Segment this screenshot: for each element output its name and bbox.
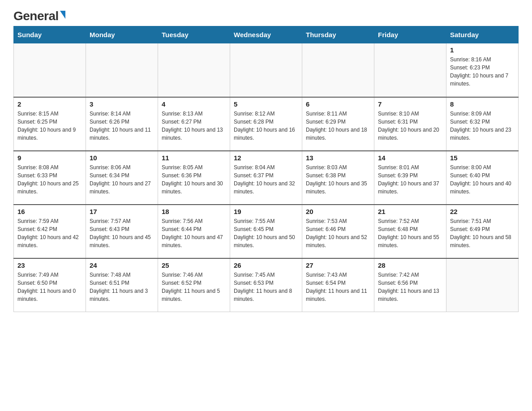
calendar-day-cell: 11Sunrise: 8:05 AM Sunset: 6:36 PM Dayli… <box>158 151 230 205</box>
day-number: 23 <box>17 261 82 269</box>
calendar-day-cell: 2Sunrise: 8:15 AM Sunset: 6:25 PM Daylig… <box>14 97 86 151</box>
calendar-day-cell: 8Sunrise: 8:09 AM Sunset: 6:32 PM Daylig… <box>446 97 519 151</box>
day-of-week-header: Monday <box>86 26 158 43</box>
calendar-day-cell: 20Sunrise: 7:53 AM Sunset: 6:46 PM Dayli… <box>302 205 374 258</box>
day-number: 4 <box>162 100 226 108</box>
day-number: 22 <box>450 208 515 215</box>
logo: General <box>13 9 65 21</box>
day-number: 24 <box>90 261 154 269</box>
day-info: Sunrise: 8:09 AM Sunset: 6:32 PM Dayligh… <box>450 110 515 142</box>
day-number: 6 <box>306 100 370 108</box>
day-of-week-header: Wednesday <box>230 26 302 43</box>
day-info: Sunrise: 8:14 AM Sunset: 6:26 PM Dayligh… <box>90 110 154 142</box>
logo-general-text: General <box>13 9 59 23</box>
calendar-header-row: SundayMondayTuesdayWednesdayThursdayFrid… <box>14 26 519 43</box>
calendar-day-cell <box>86 43 158 97</box>
day-info: Sunrise: 7:42 AM Sunset: 6:56 PM Dayligh… <box>378 271 442 303</box>
day-of-week-header: Friday <box>374 26 446 43</box>
logo-arrow-icon <box>60 11 65 19</box>
day-info: Sunrise: 8:16 AM Sunset: 6:23 PM Dayligh… <box>450 56 515 88</box>
day-number: 1 <box>450 46 515 54</box>
calendar-day-cell: 17Sunrise: 7:57 AM Sunset: 6:43 PM Dayli… <box>86 205 158 258</box>
calendar-day-cell: 16Sunrise: 7:59 AM Sunset: 6:42 PM Dayli… <box>14 205 86 258</box>
day-info: Sunrise: 7:46 AM Sunset: 6:52 PM Dayligh… <box>162 271 226 303</box>
day-info: Sunrise: 8:00 AM Sunset: 6:40 PM Dayligh… <box>450 163 515 196</box>
day-info: Sunrise: 7:57 AM Sunset: 6:43 PM Dayligh… <box>90 217 154 249</box>
calendar-day-cell: 25Sunrise: 7:46 AM Sunset: 6:52 PM Dayli… <box>158 258 230 312</box>
day-number: 3 <box>90 100 154 108</box>
calendar-day-cell: 4Sunrise: 8:13 AM Sunset: 6:27 PM Daylig… <box>158 97 230 151</box>
day-info: Sunrise: 8:12 AM Sunset: 6:28 PM Dayligh… <box>234 110 298 142</box>
calendar-day-cell: 13Sunrise: 8:03 AM Sunset: 6:38 PM Dayli… <box>302 151 374 205</box>
day-number: 13 <box>306 154 370 162</box>
calendar-week-row: 23Sunrise: 7:49 AM Sunset: 6:50 PM Dayli… <box>14 258 519 312</box>
day-number: 15 <box>450 154 515 162</box>
calendar-week-row: 2Sunrise: 8:15 AM Sunset: 6:25 PM Daylig… <box>14 97 519 151</box>
calendar-week-row: 16Sunrise: 7:59 AM Sunset: 6:42 PM Dayli… <box>14 205 519 258</box>
day-number: 25 <box>162 261 226 269</box>
day-info: Sunrise: 8:05 AM Sunset: 6:36 PM Dayligh… <box>162 163 226 196</box>
calendar-day-cell <box>446 258 519 312</box>
calendar-day-cell: 10Sunrise: 8:06 AM Sunset: 6:34 PM Dayli… <box>86 151 158 205</box>
calendar-day-cell: 23Sunrise: 7:49 AM Sunset: 6:50 PM Dayli… <box>14 258 86 312</box>
page-header: General <box>13 9 519 21</box>
day-info: Sunrise: 8:11 AM Sunset: 6:29 PM Dayligh… <box>306 110 370 142</box>
calendar-day-cell: 15Sunrise: 8:00 AM Sunset: 6:40 PM Dayli… <box>446 151 519 205</box>
calendar-week-row: 9Sunrise: 8:08 AM Sunset: 6:33 PM Daylig… <box>14 151 519 205</box>
day-number: 19 <box>234 208 298 215</box>
calendar-table: SundayMondayTuesdayWednesdayThursdayFrid… <box>13 26 519 312</box>
calendar-day-cell: 21Sunrise: 7:52 AM Sunset: 6:48 PM Dayli… <box>374 205 446 258</box>
day-number: 17 <box>90 208 154 215</box>
calendar-day-cell: 27Sunrise: 7:43 AM Sunset: 6:54 PM Dayli… <box>302 258 374 312</box>
calendar-day-cell: 6Sunrise: 8:11 AM Sunset: 6:29 PM Daylig… <box>302 97 374 151</box>
day-info: Sunrise: 7:43 AM Sunset: 6:54 PM Dayligh… <box>306 271 370 303</box>
day-number: 7 <box>378 100 442 108</box>
day-info: Sunrise: 7:48 AM Sunset: 6:51 PM Dayligh… <box>90 271 154 303</box>
calendar-day-cell: 26Sunrise: 7:45 AM Sunset: 6:53 PM Dayli… <box>230 258 302 312</box>
day-info: Sunrise: 7:45 AM Sunset: 6:53 PM Dayligh… <box>234 271 298 303</box>
day-info: Sunrise: 7:49 AM Sunset: 6:50 PM Dayligh… <box>17 271 82 303</box>
day-of-week-header: Thursday <box>302 26 374 43</box>
day-info: Sunrise: 8:15 AM Sunset: 6:25 PM Dayligh… <box>17 110 82 142</box>
day-number: 16 <box>17 208 82 215</box>
day-info: Sunrise: 8:03 AM Sunset: 6:38 PM Dayligh… <box>306 163 370 196</box>
calendar-day-cell: 1Sunrise: 8:16 AM Sunset: 6:23 PM Daylig… <box>446 43 519 97</box>
day-info: Sunrise: 8:06 AM Sunset: 6:34 PM Dayligh… <box>90 163 154 196</box>
calendar-day-cell: 14Sunrise: 8:01 AM Sunset: 6:39 PM Dayli… <box>374 151 446 205</box>
day-info: Sunrise: 8:01 AM Sunset: 6:39 PM Dayligh… <box>378 163 442 196</box>
day-number: 21 <box>378 208 442 215</box>
calendar-day-cell <box>302 43 374 97</box>
day-number: 28 <box>378 261 442 269</box>
day-of-week-header: Sunday <box>14 26 86 43</box>
day-number: 14 <box>378 154 442 162</box>
day-number: 9 <box>17 154 82 162</box>
day-info: Sunrise: 8:08 AM Sunset: 6:33 PM Dayligh… <box>17 163 82 196</box>
calendar-day-cell <box>14 43 86 97</box>
day-info: Sunrise: 7:52 AM Sunset: 6:48 PM Dayligh… <box>378 217 442 249</box>
calendar-day-cell <box>374 43 446 97</box>
day-info: Sunrise: 7:56 AM Sunset: 6:44 PM Dayligh… <box>162 217 226 249</box>
calendar-day-cell: 9Sunrise: 8:08 AM Sunset: 6:33 PM Daylig… <box>14 151 86 205</box>
calendar-day-cell <box>230 43 302 97</box>
calendar-day-cell: 28Sunrise: 7:42 AM Sunset: 6:56 PM Dayli… <box>374 258 446 312</box>
day-info: Sunrise: 8:13 AM Sunset: 6:27 PM Dayligh… <box>162 110 226 142</box>
day-info: Sunrise: 7:53 AM Sunset: 6:46 PM Dayligh… <box>306 217 370 249</box>
calendar-day-cell: 22Sunrise: 7:51 AM Sunset: 6:49 PM Dayli… <box>446 205 519 258</box>
day-of-week-header: Tuesday <box>158 26 230 43</box>
day-info: Sunrise: 7:55 AM Sunset: 6:45 PM Dayligh… <box>234 217 298 249</box>
calendar-day-cell: 5Sunrise: 8:12 AM Sunset: 6:28 PM Daylig… <box>230 97 302 151</box>
day-of-week-header: Saturday <box>446 26 519 43</box>
day-number: 12 <box>234 154 298 162</box>
day-info: Sunrise: 8:10 AM Sunset: 6:31 PM Dayligh… <box>378 110 442 142</box>
day-number: 5 <box>234 100 298 108</box>
day-number: 27 <box>306 261 370 269</box>
calendar-day-cell: 19Sunrise: 7:55 AM Sunset: 6:45 PM Dayli… <box>230 205 302 258</box>
day-number: 10 <box>90 154 154 162</box>
calendar-week-row: 1Sunrise: 8:16 AM Sunset: 6:23 PM Daylig… <box>14 43 519 97</box>
calendar-day-cell: 12Sunrise: 8:04 AM Sunset: 6:37 PM Dayli… <box>230 151 302 205</box>
day-number: 2 <box>17 100 82 108</box>
calendar-day-cell <box>158 43 230 97</box>
day-number: 20 <box>306 208 370 215</box>
day-number: 26 <box>234 261 298 269</box>
calendar-day-cell: 3Sunrise: 8:14 AM Sunset: 6:26 PM Daylig… <box>86 97 158 151</box>
